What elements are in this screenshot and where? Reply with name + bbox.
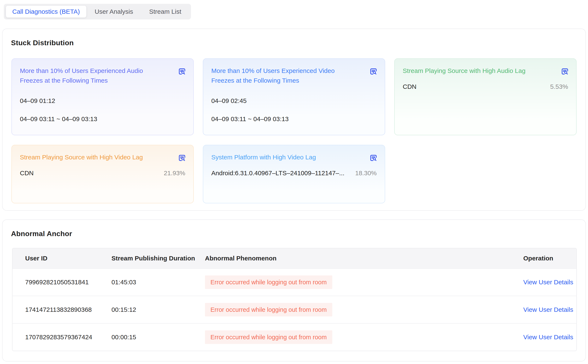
column-header-stream-publishing-duration: Stream Publishing Duration xyxy=(112,248,205,268)
stuck-card: Stream Playing Source with High Video La… xyxy=(11,145,194,203)
cell-duration: 01:45:03 xyxy=(112,268,205,296)
freeze-time-range: 04–09 03:15 ~ 04–09 03:18 xyxy=(211,134,377,135)
stuck-card: More than 10% of Users Experienced Audio… xyxy=(11,58,194,135)
stuck-cards-grid: More than 10% of Users Experienced Audio… xyxy=(11,58,577,203)
stuck-card-metric: CDN 21.93% xyxy=(20,169,185,178)
column-header-operation: Operation xyxy=(515,248,576,268)
table-row: 1707829283579367424 00:00:15 Error occur… xyxy=(13,323,576,351)
cell-phenomenon: Error occurred while logging out from ro… xyxy=(205,323,515,351)
tab-label: Stream List xyxy=(149,8,181,15)
cell-user-id: 1741472113832890368 xyxy=(13,296,112,323)
metric-label: CDN xyxy=(403,82,424,91)
freeze-time-range: 04–09 03:11 ~ 04–09 03:13 xyxy=(211,115,377,123)
cell-duration: 00:15:12 xyxy=(112,296,205,323)
cell-phenomenon: Error occurred while logging out from ro… xyxy=(205,268,515,296)
error-badge: Error occurred while logging out from ro… xyxy=(205,330,332,344)
file-search-icon[interactable] xyxy=(369,154,377,162)
stuck-card: Stream Playing Source with High Audio La… xyxy=(394,58,577,135)
file-search-icon[interactable] xyxy=(561,67,569,76)
stuck-card-title: Stream Playing Source with High Audio La… xyxy=(403,66,568,76)
stuck-card-title: More than 10% of Users Experienced Audio… xyxy=(20,66,185,85)
view-user-details-link[interactable]: View User Details xyxy=(523,334,573,341)
freeze-time-range: 04–09 03:11 ~ 04–09 03:13 xyxy=(20,115,185,123)
cell-operation: View User Details xyxy=(515,268,576,296)
abnormal-anchor-panel: Abnormal Anchor User IDStream Publishing… xyxy=(2,219,586,361)
cell-phenomenon: Error occurred while logging out from ro… xyxy=(205,296,515,323)
stuck-card-title: System Platform with High Video Lag xyxy=(211,152,377,162)
stuck-card-title: Stream Playing Source with High Video La… xyxy=(20,152,185,162)
stuck-card-metric: CDN 5.53% xyxy=(403,82,568,91)
freeze-time-range: 04–09 02:45 xyxy=(211,97,377,104)
cell-duration: 00:00:15 xyxy=(112,323,205,351)
top-tab-bar: Call Diagnostics (BETA)User AnalysisStre… xyxy=(4,4,191,20)
metric-label: CDN xyxy=(20,169,41,178)
stuck-card-metric: Android:6.31.0.40967–LTS–241009–112147–.… xyxy=(211,169,377,178)
abnormal-anchor-table: User IDStream Publishing DurationAbnorma… xyxy=(12,248,577,351)
metric-value: 18.30% xyxy=(355,169,377,178)
view-user-details-link[interactable]: View User Details xyxy=(523,306,573,313)
stuck-distribution-panel: Stuck Distribution More than 10% of User… xyxy=(2,29,586,211)
column-header-user-id: User ID xyxy=(13,248,112,268)
file-search-icon[interactable] xyxy=(178,67,186,76)
stuck-card-times: 04–09 01:1204–09 03:11 ~ 04–09 03:1304–0… xyxy=(20,97,185,135)
stuck-distribution-title: Stuck Distribution xyxy=(11,39,585,47)
view-user-details-link[interactable]: View User Details xyxy=(523,279,573,286)
column-header-abnormal-phenomenon: Abnormal Phenomenon xyxy=(205,248,515,268)
table-header-row: User IDStream Publishing DurationAbnorma… xyxy=(13,248,576,268)
tab-label: User Analysis xyxy=(95,8,133,15)
abnormal-anchor-title: Abnormal Anchor xyxy=(11,230,585,238)
table-row: 799692821050531841 01:45:03 Error occurr… xyxy=(13,268,576,296)
cell-operation: View User Details xyxy=(515,323,576,351)
metric-value: 5.53% xyxy=(550,82,568,91)
cell-operation: View User Details xyxy=(515,296,576,323)
stuck-card: System Platform with High Video Lag Andr… xyxy=(203,145,385,203)
metric-label: Android:6.31.0.40967–LTS–241009–112147–.… xyxy=(211,169,352,178)
freeze-time-range: 04–09 01:12 xyxy=(20,97,185,104)
tab-stream-list[interactable]: Stream List xyxy=(141,6,189,18)
stuck-card-title: More than 10% of Users Experienced Video… xyxy=(211,66,377,85)
file-search-icon[interactable] xyxy=(178,154,186,162)
error-badge: Error occurred while logging out from ro… xyxy=(205,303,332,316)
tab-label: Call Diagnostics (BETA) xyxy=(12,8,80,15)
stuck-card: More than 10% of Users Experienced Video… xyxy=(203,58,385,135)
tab-call-diagnostics-beta[interactable]: Call Diagnostics (BETA) xyxy=(6,6,86,18)
table-row: 1741472113832890368 00:15:12 Error occur… xyxy=(13,296,576,323)
cell-user-id: 1707829283579367424 xyxy=(13,323,112,351)
file-search-icon[interactable] xyxy=(369,67,377,76)
cell-user-id: 799692821050531841 xyxy=(13,268,112,296)
freeze-time-range: 04–09 03:15 ~ 04–09 03:16 xyxy=(20,134,185,135)
error-badge: Error occurred while logging out from ro… xyxy=(205,275,332,289)
tab-user-analysis[interactable]: User Analysis xyxy=(87,6,141,18)
stuck-card-times: 04–09 02:4504–09 03:11 ~ 04–09 03:1304–0… xyxy=(211,97,377,135)
metric-value: 21.93% xyxy=(164,169,185,178)
